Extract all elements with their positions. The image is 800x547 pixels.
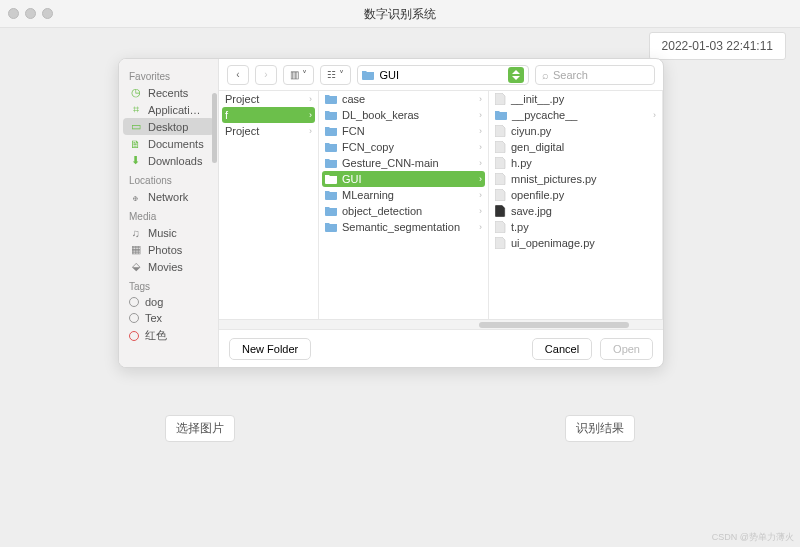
music-icon: ♫ — [129, 226, 142, 239]
sidebar-item-红色[interactable]: 红色 — [119, 326, 218, 345]
list-item[interactable]: openfile.py — [489, 187, 662, 203]
list-item[interactable]: FCN› — [319, 123, 488, 139]
sidebar-item-tex[interactable]: Tex — [119, 310, 218, 326]
chevron-right-icon: › — [479, 222, 482, 232]
chevron-right-icon: › — [479, 206, 482, 216]
list-item[interactable]: __pycache__› — [489, 107, 662, 123]
search-icon: ⌕ — [542, 69, 549, 81]
sidebar-scrollbar[interactable] — [212, 63, 217, 283]
new-folder-button[interactable]: New Folder — [229, 338, 311, 360]
open-button[interactable]: Open — [600, 338, 653, 360]
list-item[interactable]: f› — [222, 107, 315, 123]
list-item[interactable]: h.py — [489, 155, 662, 171]
list-item-label: Project — [225, 93, 259, 105]
column-2[interactable]: __init__.py__pycache__›ciyun.pygen_digit… — [489, 91, 663, 329]
forward-button[interactable]: › — [255, 65, 277, 85]
close-icon[interactable] — [8, 8, 19, 19]
sidebar-item-photos[interactable]: ▦Photos — [119, 241, 218, 258]
maximize-icon[interactable] — [42, 8, 53, 19]
list-item[interactable]: Project› — [219, 91, 318, 107]
sidebar-item-label: 红色 — [145, 328, 167, 343]
tag-dot-icon — [129, 313, 139, 323]
select-image-button[interactable]: 选择图片 — [165, 415, 235, 442]
chevron-right-icon: › — [479, 174, 482, 184]
list-item-label: MLearning — [342, 189, 394, 201]
list-item[interactable]: Project› — [219, 123, 318, 139]
list-item-label: Gesture_CNN-main — [342, 157, 439, 169]
list-item[interactable]: Semantic_segmentation› — [319, 219, 488, 235]
list-item-label: ui_openimage.py — [511, 237, 595, 249]
list-item-label: case — [342, 93, 365, 105]
search-placeholder: Search — [553, 69, 588, 81]
list-item[interactable]: save.jpg — [489, 203, 662, 219]
traffic-lights — [8, 8, 53, 19]
list-item[interactable]: ui_openimage.py — [489, 235, 662, 251]
doc-icon: 🗎 — [129, 137, 142, 150]
list-item[interactable]: gen_digital — [489, 139, 662, 155]
path-stepper-icon[interactable] — [508, 67, 524, 83]
list-item-label: h.py — [511, 157, 532, 169]
sidebar-item-label: dog — [145, 296, 163, 308]
sidebar-item-network[interactable]: 🜨Network — [119, 188, 218, 205]
chevron-right-icon: › — [479, 158, 482, 168]
apps-icon: ⌗ — [129, 103, 142, 116]
photo-icon: ▦ — [129, 243, 142, 256]
folder-icon — [325, 222, 337, 232]
file-open-dialog: Favorites◷Recents⌗Applicati…▭Desktop🗎Doc… — [118, 58, 664, 368]
file-icon — [495, 93, 506, 105]
list-item-label: Semantic_segmentation — [342, 221, 460, 233]
sidebar-item-recents[interactable]: ◷Recents — [119, 84, 218, 101]
path-control[interactable]: GUI — [357, 65, 529, 85]
list-item-label: object_detection — [342, 205, 422, 217]
list-item[interactable]: DL_book_keras› — [319, 107, 488, 123]
sidebar-item-documents[interactable]: 🗎Documents — [119, 135, 218, 152]
sidebar-item-movies[interactable]: ⬙Movies — [119, 258, 218, 275]
list-item-label: DL_book_keras — [342, 109, 419, 121]
sidebar-item-music[interactable]: ♫Music — [119, 224, 218, 241]
file-icon — [495, 173, 506, 185]
folder-icon — [362, 70, 374, 80]
list-item[interactable]: FCN_copy› — [319, 139, 488, 155]
column-0[interactable]: Project›f›Project› — [219, 91, 319, 329]
sidebar-item-downloads[interactable]: ⬇Downloads — [119, 152, 218, 169]
chevron-right-icon: › — [479, 190, 482, 200]
toolbar: ‹ › ▥ ˅ ☷ ˅ GUI ⌕ Search — [219, 59, 663, 91]
list-item[interactable]: case› — [319, 91, 488, 107]
chevron-right-icon: › — [479, 126, 482, 136]
chevron-right-icon: › — [479, 142, 482, 152]
minimize-icon[interactable] — [25, 8, 36, 19]
sidebar-item-label: Documents — [148, 138, 204, 150]
list-item[interactable]: object_detection› — [319, 203, 488, 219]
group-button[interactable]: ☷ ˅ — [320, 65, 351, 85]
sidebar-heading: Tags — [119, 275, 218, 294]
search-field[interactable]: ⌕ Search — [535, 65, 655, 85]
list-item[interactable]: __init__.py — [489, 91, 662, 107]
back-button[interactable]: ‹ — [227, 65, 249, 85]
horizontal-scrollbar[interactable] — [219, 319, 663, 329]
file-icon — [495, 237, 506, 249]
globe-icon: 🜨 — [129, 190, 142, 203]
view-columns-button[interactable]: ▥ ˅ — [283, 65, 314, 85]
list-item[interactable]: ciyun.py — [489, 123, 662, 139]
sidebar-item-desktop[interactable]: ▭Desktop — [123, 118, 214, 135]
list-item[interactable]: GUI› — [322, 171, 485, 187]
folder-icon — [325, 174, 337, 184]
column-1[interactable]: case›DL_book_keras›FCN›FCN_copy›Gesture_… — [319, 91, 489, 329]
clock-icon: ◷ — [129, 86, 142, 99]
result-button[interactable]: 识别结果 — [565, 415, 635, 442]
sidebar-item-dog[interactable]: dog — [119, 294, 218, 310]
timestamp-label: 2022-01-03 22:41:11 — [649, 32, 786, 60]
tag-dot-icon — [129, 331, 139, 341]
column-browser: Project›f›Project› case›DL_book_keras›FC… — [219, 91, 663, 329]
list-item[interactable]: Gesture_CNN-main› — [319, 155, 488, 171]
file-icon — [495, 125, 506, 137]
folder-icon — [495, 110, 507, 120]
list-item[interactable]: MLearning› — [319, 187, 488, 203]
cancel-button[interactable]: Cancel — [532, 338, 592, 360]
list-item[interactable]: mnist_pictures.py — [489, 171, 662, 187]
sidebar-item-applicati…[interactable]: ⌗Applicati… — [119, 101, 218, 118]
list-item[interactable]: t.py — [489, 219, 662, 235]
list-item-label: f — [225, 109, 228, 121]
file-icon — [495, 141, 506, 153]
sidebar-heading: Media — [119, 205, 218, 224]
